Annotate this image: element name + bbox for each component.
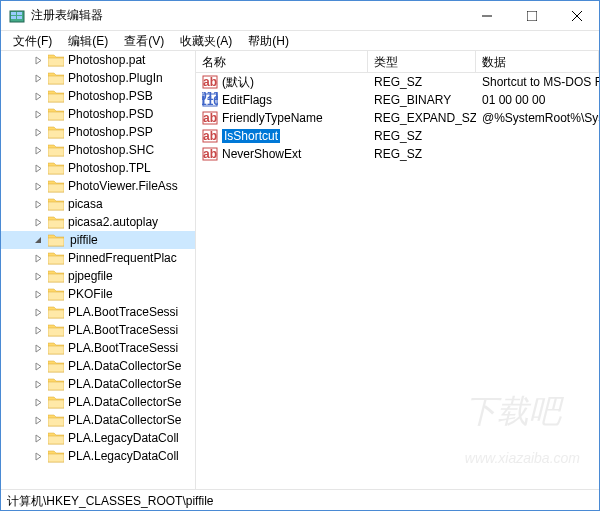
cell-type: REG_SZ	[368, 75, 476, 89]
tree-item[interactable]: PLA.DataCollectorSe	[1, 393, 195, 411]
tree-label: picasa2.autoplay	[68, 215, 158, 229]
tree-item[interactable]: PLA.BootTraceSessi	[1, 303, 195, 321]
menu-help[interactable]: 帮助(H)	[240, 31, 297, 50]
expander-icon[interactable]	[33, 451, 44, 462]
value-type-icon: ab	[202, 74, 218, 90]
cell-type: REG_SZ	[368, 147, 476, 161]
folder-icon	[48, 89, 64, 103]
list-row[interactable]: ab(默认)REG_SZShortcut to MS-DOS F	[196, 73, 599, 91]
expander-icon[interactable]	[33, 73, 44, 84]
expander-icon[interactable]	[33, 343, 44, 354]
cell-data: 01 00 00 00	[476, 93, 599, 107]
tree-label: pjpegfile	[68, 269, 113, 283]
tree-item[interactable]: PinnedFrequentPlac	[1, 249, 195, 267]
maximize-button[interactable]	[509, 1, 554, 30]
folder-icon	[48, 449, 64, 463]
folder-icon	[48, 107, 64, 121]
header-data[interactable]: 数据	[476, 51, 599, 72]
expander-icon[interactable]	[33, 217, 44, 228]
tree-item[interactable]: PLA.DataCollectorSe	[1, 357, 195, 375]
tree-label: PLA.BootTraceSessi	[68, 305, 178, 319]
tree-item[interactable]: Photoshop.PSD	[1, 105, 195, 123]
tree-item[interactable]: Photoshop.PSP	[1, 123, 195, 141]
tree-item[interactable]: Photoshop.TPL	[1, 159, 195, 177]
expander-icon[interactable]	[33, 289, 44, 300]
menu-edit[interactable]: 编辑(E)	[60, 31, 116, 50]
folder-icon	[48, 377, 64, 391]
window-title: 注册表编辑器	[31, 7, 464, 24]
tree-label: PLA.LegacyDataColl	[68, 431, 179, 445]
expander-icon[interactable]	[33, 415, 44, 426]
menu-favorites[interactable]: 收藏夹(A)	[172, 31, 240, 50]
list-header: 名称 类型 数据	[196, 51, 599, 73]
tree-label: PLA.BootTraceSessi	[68, 341, 178, 355]
menu-file[interactable]: 文件(F)	[5, 31, 60, 50]
menu-view[interactable]: 查看(V)	[116, 31, 172, 50]
tree-label: Photoshop.TPL	[68, 161, 151, 175]
cell-name: abNeverShowExt	[196, 146, 368, 162]
expander-icon[interactable]	[33, 145, 44, 156]
list-row[interactable]: abIsShortcutREG_SZ	[196, 127, 599, 145]
tree-label: Photoshop.PSD	[68, 107, 153, 121]
tree-item[interactable]: PLA.LegacyDataColl	[1, 447, 195, 465]
tree-scroll[interactable]: Photoshop.patPhotoshop.PlugInPhotoshop.P…	[1, 51, 195, 489]
header-name[interactable]: 名称	[196, 51, 368, 72]
tree-label: PhotoViewer.FileAss	[68, 179, 178, 193]
expander-icon[interactable]	[33, 397, 44, 408]
expander-icon[interactable]	[33, 199, 44, 210]
list-row[interactable]: 011110EditFlagsREG_BINARY01 00 00 00	[196, 91, 599, 109]
tree-item[interactable]: PLA.BootTraceSessi	[1, 339, 195, 357]
statusbar: 计算机\HKEY_CLASSES_ROOT\piffile	[1, 489, 599, 511]
close-button[interactable]	[554, 1, 599, 30]
expander-icon[interactable]	[33, 271, 44, 282]
tree-label: Photoshop.PSB	[68, 89, 153, 103]
tree-item[interactable]: PLA.DataCollectorSe	[1, 411, 195, 429]
minimize-button[interactable]	[464, 1, 509, 30]
tree-item[interactable]: Photoshop.pat	[1, 51, 195, 69]
svg-rect-2	[17, 12, 22, 15]
tree-item[interactable]: Photoshop.PlugIn	[1, 69, 195, 87]
tree-label: picasa	[68, 197, 103, 211]
tree-label: PLA.DataCollectorSe	[68, 395, 181, 409]
expander-icon[interactable]	[33, 109, 44, 120]
expander-icon[interactable]	[33, 379, 44, 390]
tree-item[interactable]: Photoshop.SHC	[1, 141, 195, 159]
tree-item[interactable]: PLA.LegacyDataColl	[1, 429, 195, 447]
expander-icon[interactable]	[33, 181, 44, 192]
tree-item[interactable]: piffile	[1, 231, 195, 249]
tree-label: Photoshop.PlugIn	[68, 71, 163, 85]
expander-icon[interactable]	[33, 307, 44, 318]
expander-icon[interactable]	[33, 253, 44, 264]
expander-icon[interactable]	[33, 235, 44, 246]
tree-item[interactable]: pjpegfile	[1, 267, 195, 285]
expander-icon[interactable]	[33, 433, 44, 444]
tree-item[interactable]: picasa2.autoplay	[1, 213, 195, 231]
value-name: NeverShowExt	[222, 147, 301, 161]
expander-icon[interactable]	[33, 91, 44, 102]
list-row[interactable]: abFriendlyTypeNameREG_EXPAND_SZ@%SystemR…	[196, 109, 599, 127]
tree-item[interactable]: picasa	[1, 195, 195, 213]
tree-item[interactable]: Photoshop.PSB	[1, 87, 195, 105]
folder-icon	[48, 233, 64, 247]
folder-icon	[48, 161, 64, 175]
value-name: EditFlags	[222, 93, 272, 107]
header-type[interactable]: 类型	[368, 51, 476, 72]
tree-item[interactable]: PKOFile	[1, 285, 195, 303]
titlebar: 注册表编辑器	[1, 1, 599, 31]
expander-icon[interactable]	[33, 127, 44, 138]
folder-icon	[48, 413, 64, 427]
value-name: FriendlyTypeName	[222, 111, 323, 125]
expander-icon[interactable]	[33, 325, 44, 336]
tree-item[interactable]: PLA.BootTraceSessi	[1, 321, 195, 339]
folder-icon	[48, 53, 64, 67]
tree-item[interactable]: PhotoViewer.FileAss	[1, 177, 195, 195]
statusbar-path: 计算机\HKEY_CLASSES_ROOT\piffile	[7, 494, 214, 508]
list-row[interactable]: abNeverShowExtREG_SZ	[196, 145, 599, 163]
tree-item[interactable]: PLA.DataCollectorSe	[1, 375, 195, 393]
value-name: IsShortcut	[222, 129, 280, 143]
expander-icon[interactable]	[33, 361, 44, 372]
expander-icon[interactable]	[33, 163, 44, 174]
folder-icon	[48, 143, 64, 157]
value-type-icon: ab	[202, 128, 218, 144]
expander-icon[interactable]	[33, 55, 44, 66]
